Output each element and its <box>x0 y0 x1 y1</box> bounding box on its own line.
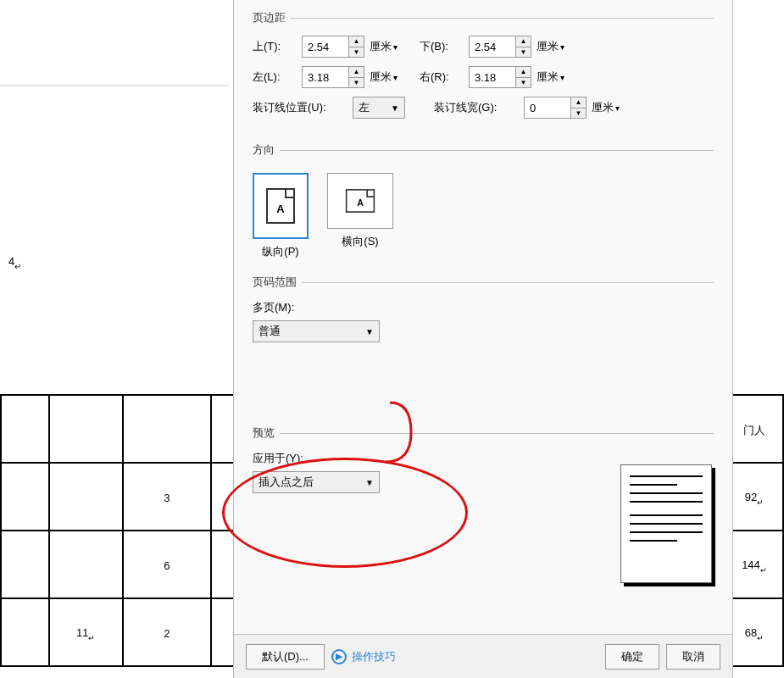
caret-down-icon: ▾ <box>560 42 564 52</box>
orientation-legend: 方向 <box>253 142 280 158</box>
page-range-legend: 页码范围 <box>253 275 302 290</box>
svg-text:A: A <box>357 197 364 208</box>
multipage-dropdown[interactable]: 普通 ▼ <box>253 320 380 342</box>
margin-bottom-unit[interactable]: 厘米▾ <box>537 39 564 54</box>
spinner-down-icon[interactable]: ▼ <box>349 47 364 58</box>
orientation-portrait-label: 纵向(P) <box>262 244 298 259</box>
gutter-position-label: 装订线位置(U): <box>253 100 348 115</box>
margin-left-label: 左(L): <box>253 69 297 85</box>
caret-down-icon: ▼ <box>391 103 399 113</box>
gutter-width-input[interactable] <box>525 97 570 118</box>
ok-button[interactable]: 确定 <box>605 644 659 670</box>
spinner-down-icon[interactable]: ▼ <box>516 78 531 88</box>
margin-top-label: 上(T): <box>253 39 297 54</box>
apply-to-label: 应用于(Y): <box>253 452 303 464</box>
margin-top-unit[interactable]: 厘米▾ <box>370 39 398 54</box>
spinner-up-icon[interactable]: ▲ <box>571 97 586 108</box>
margin-left-unit[interactable]: 厘米▾ <box>370 69 398 85</box>
spinner-down-icon[interactable]: ▼ <box>349 78 364 88</box>
background-marker: 4↵ <box>8 250 21 271</box>
margin-right-spinner[interactable]: ▲▼ <box>469 66 531 88</box>
spinner-up-icon[interactable]: ▲ <box>349 67 364 78</box>
orientation-portrait-button[interactable]: A 纵向(P) <box>253 173 309 259</box>
spinner-down-icon[interactable]: ▼ <box>516 47 531 58</box>
spinner-up-icon[interactable]: ▲ <box>516 67 531 78</box>
cancel-button[interactable]: 取消 <box>666 644 720 670</box>
margin-left-spinner[interactable]: ▲▼ <box>302 66 364 88</box>
preview-thumbnail <box>620 464 712 583</box>
landscape-icon: A <box>345 182 375 220</box>
dialog-button-bar: 默认(D)... ▶ 操作技巧 确定 取消 <box>234 634 732 678</box>
caret-down-icon: ▾ <box>393 42 398 52</box>
preview-legend: 预览 <box>253 425 280 441</box>
svg-text:A: A <box>276 203 285 215</box>
caret-down-icon: ▾ <box>615 103 620 113</box>
margins-group: 页边距 上(T): ▲▼ 厘米▾ 下(B): ▲▼ 厘米▾ 左(L): <box>253 10 714 127</box>
caret-down-icon: ▼ <box>365 478 374 487</box>
spinner-down-icon[interactable]: ▼ <box>571 108 586 119</box>
margin-bottom-spinner[interactable]: ▲▼ <box>469 36 531 58</box>
margins-legend: 页边距 <box>253 10 291 25</box>
spinner-up-icon[interactable]: ▲ <box>516 36 531 47</box>
default-button[interactable]: 默认(D)... <box>246 644 325 670</box>
margin-left-input[interactable] <box>303 67 348 87</box>
caret-down-icon: ▾ <box>560 73 564 82</box>
page-range-group: 页码范围 多页(M): 普通 ▼ <box>253 275 714 342</box>
orientation-landscape-label: 横向(S) <box>342 234 378 249</box>
margin-right-unit[interactable]: 厘米▾ <box>537 69 564 85</box>
margin-right-input[interactable] <box>470 67 515 87</box>
portrait-icon: A <box>265 187 296 225</box>
gutter-width-spinner[interactable]: ▲▼ <box>524 97 587 119</box>
tips-link[interactable]: ▶ 操作技巧 <box>331 649 396 664</box>
orientation-group: 方向 A 纵向(P) A 横向(S) <box>253 142 714 259</box>
margin-top-input[interactable] <box>303 36 348 57</box>
multipage-label: 多页(M): <box>253 301 294 314</box>
margin-bottom-label: 下(B): <box>420 39 464 54</box>
gutter-width-label: 装订线宽(G): <box>434 100 519 115</box>
margin-right-label: 右(R): <box>420 69 464 85</box>
play-icon: ▶ <box>331 649 347 664</box>
spinner-up-icon[interactable]: ▲ <box>349 36 364 47</box>
gutter-width-unit[interactable]: 厘米▾ <box>592 100 620 115</box>
margin-top-spinner[interactable]: ▲▼ <box>302 36 364 58</box>
orientation-landscape-button[interactable]: A 横向(S) <box>327 173 393 259</box>
apply-to-dropdown[interactable]: 插入点之后 ▼ <box>253 471 380 493</box>
caret-down-icon: ▾ <box>393 73 398 82</box>
page-setup-dialog: 页边距 上(T): ▲▼ 厘米▾ 下(B): ▲▼ 厘米▾ 左(L): <box>233 0 733 678</box>
gutter-position-dropdown[interactable]: 左 ▼ <box>353 97 405 119</box>
caret-down-icon: ▼ <box>365 327 374 336</box>
margin-bottom-input[interactable] <box>470 36 515 57</box>
